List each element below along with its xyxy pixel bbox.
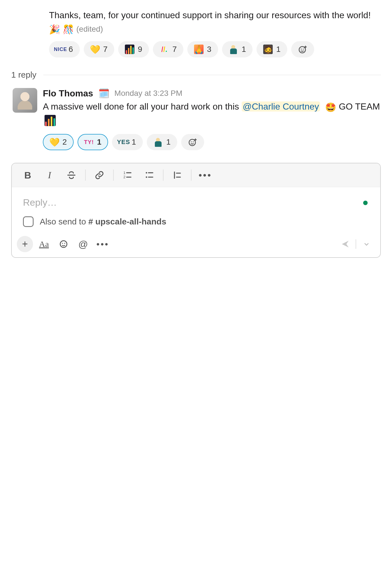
svg-point-1: [301, 49, 302, 50]
yellow-heart-icon: 💛: [90, 45, 100, 54]
reaction-ty[interactable]: TY! 1: [78, 134, 108, 150]
more-formatting-button[interactable]: •••: [194, 167, 216, 183]
ty-icon: TY!: [84, 137, 94, 147]
svg-point-11: [62, 243, 63, 244]
format-toolbar: B I 12 •••: [12, 163, 380, 187]
reply-text-pre: A massive well done for all your hard wo…: [43, 101, 242, 112]
svg-point-5: [193, 142, 194, 142]
toolbar-separator: [113, 170, 114, 181]
blockquote-button[interactable]: [166, 167, 188, 183]
yes-icon: YES: [119, 137, 128, 147]
reply-timestamp[interactable]: Monday at 3:23 PM: [115, 89, 183, 98]
reply-composer: B I 12 ••• Reply… Also send to # upscale…: [11, 163, 381, 258]
reply-text-post: GO TEAM: [339, 101, 380, 112]
reaction-yes[interactable]: YES 1: [112, 134, 143, 150]
toolbar-separator: [85, 170, 86, 181]
send-icon: [341, 240, 350, 249]
italic-button[interactable]: I: [39, 167, 60, 183]
reaction-heart[interactable]: 💛 7: [84, 41, 115, 57]
strikethrough-button[interactable]: [60, 167, 82, 183]
reply-count: 1 reply: [11, 70, 36, 80]
edited-label: (edited): [76, 25, 103, 33]
reaction-count: 1: [276, 45, 281, 54]
parent-reactions: NICE 6 💛 7 9 //. 7 🙏 3 1 🧔 1: [0, 41, 392, 57]
send-separator: [356, 239, 356, 249]
thread-divider: 1 reply: [0, 70, 392, 80]
toolbar-separator: [191, 170, 192, 181]
slashes-icon: //.: [160, 45, 169, 54]
reply-input[interactable]: Reply…: [12, 187, 380, 214]
reaction-count: 1: [242, 45, 246, 54]
presence-indicator-icon: [363, 201, 368, 205]
confetti-ball-icon: 🎊: [63, 24, 74, 34]
add-reaction-icon: [298, 45, 307, 54]
status-emoji-calendar-icon: 🗓️: [98, 88, 109, 99]
party-popper-icon: 🎉: [49, 24, 60, 34]
add-reaction-button[interactable]: [291, 41, 314, 57]
also-send-prefix: Also send to: [40, 217, 88, 226]
send-button[interactable]: [337, 236, 354, 252]
reaction-burns[interactable]: 1: [222, 41, 253, 57]
parent-text: Thanks, team, for your continued support…: [49, 10, 371, 20]
yellow-heart-icon: 💛: [50, 137, 59, 147]
reaction-bars[interactable]: 9: [118, 41, 149, 57]
reply-author[interactable]: Flo Thomas: [43, 88, 93, 99]
svg-point-2: [303, 49, 304, 50]
svg-point-3: [189, 139, 196, 146]
svg-text:1: 1: [123, 171, 125, 175]
reaction-heart[interactable]: 💛 2: [43, 134, 74, 150]
aa-icon: Aa: [39, 239, 49, 249]
reaction-count: 3: [207, 45, 211, 54]
bars-logo-icon: [125, 45, 134, 54]
reaction-count: 7: [103, 45, 108, 54]
star-struck-icon: 🤩: [325, 102, 336, 112]
svg-point-10: [60, 241, 67, 247]
smiley-icon: [59, 240, 68, 249]
also-send-checkbox[interactable]: [23, 216, 34, 227]
divider-line: [43, 75, 381, 75]
chevron-down-icon: [362, 240, 371, 249]
burns-icon: [229, 45, 238, 54]
emoji-picker-button[interactable]: [55, 236, 72, 252]
svg-point-12: [64, 243, 65, 244]
reaction-count: 1: [166, 138, 171, 147]
reaction-slashes[interactable]: //. 7: [153, 41, 184, 57]
parent-message-text: Thanks, team, for your continued support…: [0, 8, 392, 36]
more-actions-button[interactable]: •••: [94, 236, 111, 252]
bulleted-list-button[interactable]: [138, 167, 160, 183]
mention[interactable]: @Charlie Courtney: [242, 101, 320, 112]
face-photo-icon: 🧔: [263, 45, 273, 54]
mention-button[interactable]: @: [74, 236, 92, 252]
attach-button[interactable]: +: [17, 236, 33, 252]
at-icon: @: [78, 239, 88, 250]
reaction-nice[interactable]: NICE 6: [49, 41, 80, 57]
send-options-button[interactable]: [358, 236, 375, 252]
reply-reactions: 💛 2 TY! 1 YES 1 1: [43, 134, 381, 150]
reaction-count: 7: [172, 45, 177, 54]
reaction-count: 1: [132, 138, 136, 147]
thread-reply: Flo Thomas 🗓️ Monday at 3:23 PM A massiv…: [0, 88, 392, 150]
svg-point-0: [299, 47, 305, 53]
nice-icon: NICE: [56, 45, 65, 54]
ordered-list-button[interactable]: 12: [116, 167, 138, 183]
praying-hands-icon: 🙏: [194, 45, 204, 54]
reaction-count: 1: [97, 138, 102, 147]
link-button[interactable]: [88, 167, 110, 183]
reaction-count: 6: [69, 45, 73, 54]
reaction-pray[interactable]: 🙏 3: [187, 41, 218, 57]
add-reaction-button[interactable]: [181, 134, 204, 150]
reaction-count: 2: [62, 138, 67, 147]
toolbar-separator: [163, 170, 164, 181]
bold-button[interactable]: B: [17, 167, 39, 183]
also-send-row: Also send to # upscale-all-hands: [12, 214, 380, 233]
svg-point-4: [191, 142, 192, 142]
svg-point-9: [146, 177, 147, 178]
reaction-count: 9: [138, 45, 142, 54]
toggle-formatting-button[interactable]: Aa: [35, 236, 53, 252]
svg-text:2: 2: [123, 175, 125, 179]
avatar[interactable]: [13, 88, 37, 113]
plus-icon: +: [22, 238, 28, 250]
reaction-face[interactable]: 🧔 1: [256, 41, 287, 57]
also-send-channel: # upscale-all-hands: [88, 217, 166, 226]
reaction-burns[interactable]: 1: [147, 134, 178, 150]
